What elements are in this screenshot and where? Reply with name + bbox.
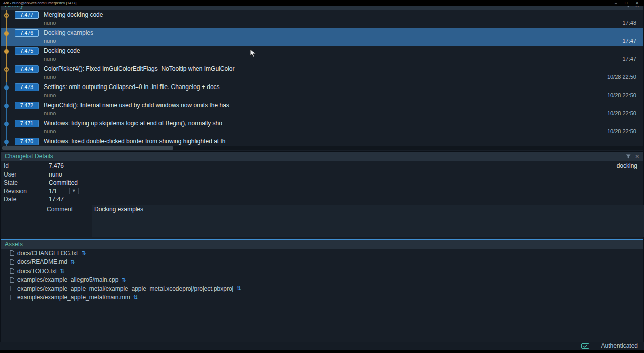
document-icon [10, 268, 14, 274]
changeset-time: 17:47 [622, 38, 636, 44]
changed-status-icon: ⇅ [70, 259, 75, 266]
asset-path: examples/example_apple_metal/main.mm [17, 294, 130, 301]
detail-field-state: StateCommitted [1, 179, 643, 187]
changeset-time: 10/28 22:50 [607, 110, 636, 116]
changeset-time: 10/28 22:50 [607, 92, 636, 98]
changed-status-icon: ⇅ [133, 294, 138, 301]
field-label: State [4, 179, 49, 186]
branch-graph [1, 82, 14, 100]
changeset-comment: Docking code [44, 47, 642, 54]
changeset-row[interactable]: 7.476Docking examplesnuno17:47 [1, 28, 643, 46]
filter-icon[interactable] [626, 154, 631, 159]
asset-path: examples/example_apple_metal/example_app… [17, 285, 233, 292]
field-value: nuno [49, 171, 62, 178]
graph-line-segment [6, 118, 7, 136]
branch-graph [1, 28, 14, 46]
minimize-icon[interactable]: – [615, 0, 617, 6]
asset-row[interactable]: examples/example_allegro5/main.cpp⇅ [1, 276, 643, 285]
changeset-row[interactable]: 7.471Windows: tidying up skipitems logic… [1, 118, 643, 136]
authenticated-icon [581, 343, 589, 349]
graph-line-segment [6, 64, 7, 82]
asset-path: docs/README.md [17, 258, 67, 266]
graph-line-segment [6, 82, 7, 100]
document-icon [10, 259, 14, 265]
changeset-number-badge[interactable]: 7.473 [15, 83, 39, 91]
assets-title: Assets [5, 241, 23, 248]
changeset-row[interactable]: 7.473Settings: omit outputing Collapsed=… [1, 82, 643, 100]
revision-dropdown[interactable]: ▼ [69, 188, 79, 194]
changeset-author: nuno [44, 110, 56, 116]
comment-value-box[interactable]: Docking examples [92, 205, 644, 237]
changeset-row[interactable]: 7.474ColorPicker4(): Fixed ImGuiColorEdi… [1, 64, 643, 82]
asset-row[interactable]: docs/CHANGELOG.txt⇅ [1, 249, 643, 258]
changeset-row[interactable]: 7.475Docking codenuno17:47 [1, 46, 643, 64]
field-label: Id [4, 162, 49, 169]
changeset-comment: Windows: fixed double-clicked border fro… [44, 138, 642, 145]
changeset-time: 17:48 [622, 20, 636, 26]
changeset-row[interactable]: 7.470Windows: fixed double-clicked borde… [1, 136, 643, 146]
field-value: 7.476 [49, 162, 64, 169]
changeset-comment: ColorPicker4(): Fixed ImGuiColorEditFlag… [44, 65, 642, 72]
scrollbar-thumb[interactable] [2, 146, 173, 150]
changeset-row[interactable]: 7.472BeginChild(): Internal name used by… [1, 100, 643, 118]
assets-section-header: Assets [1, 239, 643, 249]
changeset-number-badge[interactable]: 7.472 [15, 102, 39, 109]
changeset-comment: Windows: tidying up skipitems logic at e… [44, 120, 642, 127]
asset-row[interactable]: examples/example_apple_metal/example_app… [1, 284, 643, 293]
changeset-comment: Settings: omit outputing Collapsed=0 in … [44, 83, 642, 91]
changeset-number-badge[interactable]: 7.470 [15, 138, 39, 145]
assets-list: docs/CHANGELOG.txt⇅docs/README.md⇅docs/T… [1, 249, 643, 352]
graph-dot [4, 85, 9, 90]
horizontal-scrollbar[interactable] [1, 146, 643, 150]
field-value: 1/1 [49, 188, 57, 195]
asset-path: docs/TODO.txt [17, 268, 57, 275]
field-value: 17:47 [49, 196, 64, 203]
history-list: 7.477Merging docking codenuno17:487.476D… [1, 10, 643, 146]
changed-status-icon: ⇅ [121, 277, 126, 283]
document-icon [10, 295, 14, 300]
close-icon[interactable]: ✕ [635, 0, 639, 6]
branch-graph [1, 118, 14, 136]
graph-dot [4, 13, 9, 18]
auth-status-label: Authenticated [601, 342, 638, 349]
details-panel-title: Changelist Details [5, 153, 53, 160]
app-window: Ark - nuno@ark-vcs.com:Omega:dev [1477] … [0, 0, 644, 353]
changeset-author: nuno [44, 92, 56, 98]
changeset-author: nuno [44, 74, 56, 80]
asset-path: docs/CHANGELOG.txt [17, 250, 78, 257]
changeset-time: 10/28 22:50 [607, 128, 636, 134]
document-icon [10, 286, 14, 291]
changeset-number-badge[interactable]: 7.475 [15, 47, 39, 55]
changeset-author: nuno [44, 128, 56, 134]
changeset-number-badge[interactable]: 7.476 [15, 29, 39, 37]
changeset-row[interactable]: 7.477Merging docking codenuno17:48 [1, 10, 643, 28]
changeset-comment: BeginChild(): Internal name used by chil… [44, 102, 642, 109]
changeset-number-badge[interactable]: 7.477 [15, 11, 39, 19]
window-title: Ark - nuno@ark-vcs.com:Omega:dev [1477] [3, 1, 615, 5]
changed-status-icon: ⇅ [236, 285, 241, 292]
asset-row[interactable]: docs/README.md⇅ [1, 258, 643, 267]
changeset-number-badge[interactable]: 7.474 [15, 65, 39, 73]
detail-field-comment: CommentDocking examples [44, 205, 644, 241]
detail-field-user: Usernuno [1, 170, 643, 179]
maximize-icon[interactable]: □ [625, 0, 627, 6]
document-icon [10, 250, 14, 256]
asset-row[interactable]: examples/example_apple_metal/main.mm⇅ [1, 293, 643, 302]
details-fields: Id7.476dockingUsernunoStateCommittedRevi… [1, 162, 643, 239]
changeset-author: nuno [44, 20, 56, 26]
asset-row[interactable]: docs/TODO.txt⇅ [1, 267, 643, 276]
branch-graph [1, 64, 14, 82]
graph-line-segment [6, 46, 7, 64]
graph-dot [4, 49, 9, 54]
detail-field-date: Date17:47 [1, 195, 643, 204]
changeset-time: 17:47 [622, 56, 636, 62]
changeset-number-badge[interactable]: 7.471 [15, 120, 39, 127]
title-bar: Ark - nuno@ark-vcs.com:Omega:dev [1477] … [0, 0, 644, 6]
graph-dot [4, 140, 9, 144]
bottom-strip [0, 350, 644, 353]
changelist-details-panel: Changelist Details ✕ Id7.476dockingUsern… [0, 151, 644, 353]
branch-graph [1, 46, 14, 64]
graph-dot [4, 122, 9, 126]
graph-line-segment [6, 28, 7, 46]
close-panel-icon[interactable]: ✕ [635, 154, 639, 159]
